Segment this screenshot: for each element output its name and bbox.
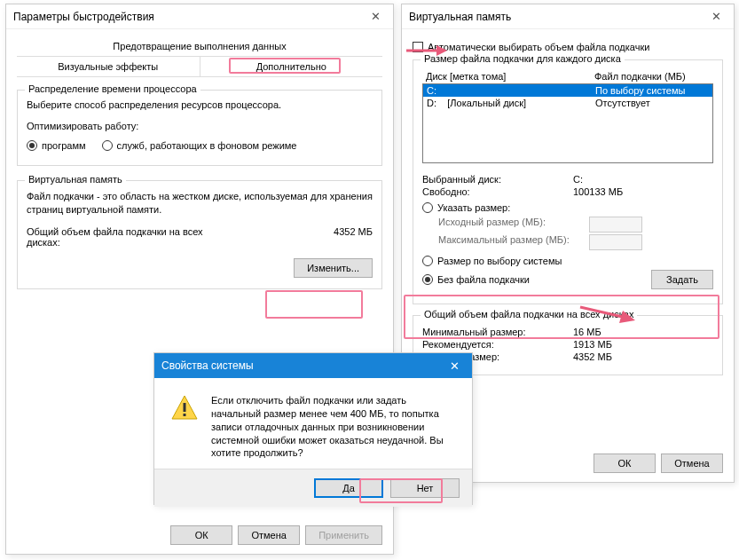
initial-size-label: Исходный размер (МБ): xyxy=(438,217,589,233)
radio-system-label: Размер по выбору системы xyxy=(437,256,562,266)
svg-rect-1 xyxy=(184,403,186,412)
perf-titlebar: Параметры быстродействия ✕ xyxy=(6,4,393,29)
vm-desc: Файл подкачки - это область на жестком д… xyxy=(27,190,373,217)
min-label: Минимальный размер: xyxy=(422,327,573,337)
disk-list[interactable]: C: По выбору системы D: [Локальный диск]… xyxy=(422,83,713,163)
selected-disk-label: Выбранный диск: xyxy=(422,174,573,185)
set-button[interactable]: Задать xyxy=(651,270,713,289)
min-value: 16 МБ xyxy=(573,327,601,337)
warning-icon xyxy=(170,394,199,422)
radio-custom-label: Указать размер: xyxy=(437,202,510,213)
system-properties-msgbox: Свойства системы ✕ Если отключить файл п… xyxy=(153,352,473,505)
free-label: Свободно: xyxy=(422,186,573,197)
disk-row-c[interactable]: C: По выбору системы xyxy=(423,84,712,97)
msgbox-titlebar: Свойства системы ✕ xyxy=(154,353,472,378)
svg-rect-2 xyxy=(184,414,186,416)
col-disk: Диск [метка тома] xyxy=(426,71,594,82)
rec-label: Рекомендуется: xyxy=(422,339,573,350)
radio-programs-label: программ xyxy=(42,140,86,151)
max-size-label: Максимальный размер (МБ): xyxy=(438,234,589,250)
initial-size-input xyxy=(589,217,642,233)
totals-legend: Общий объем файла подкачки на всех диска… xyxy=(421,309,637,319)
yes-button[interactable]: Да xyxy=(314,478,383,498)
radio-services[interactable] xyxy=(102,140,113,151)
close-icon[interactable]: ✕ xyxy=(698,4,734,29)
perf-title: Параметры быстродействия xyxy=(13,11,154,23)
vmem-title: Виртуальная память xyxy=(409,11,511,23)
radio-no-paging[interactable] xyxy=(422,274,433,285)
auto-manage-checkbox[interactable] xyxy=(413,42,423,52)
cpu-legend: Распределение времени процессора xyxy=(25,83,200,94)
close-icon[interactable]: ✕ xyxy=(436,353,472,378)
apply-button[interactable]: Применить xyxy=(305,525,382,545)
drive-group: Размер файла подкачки для каждого диска … xyxy=(413,59,723,304)
change-button[interactable]: Изменить... xyxy=(294,258,373,278)
drive-legend: Размер файла подкачки для каждого диска xyxy=(421,53,625,64)
radio-system-managed[interactable] xyxy=(422,256,433,266)
vm-total-label: Общий объем файла подкачки на всех диска… xyxy=(27,226,231,248)
free-value: 100133 МБ xyxy=(573,186,623,197)
radio-no-paging-label: Без файла подкачки xyxy=(437,274,530,285)
tab-visual-effects[interactable]: Визуальные эффекты xyxy=(17,57,200,76)
close-icon[interactable]: ✕ xyxy=(358,4,393,29)
tab-dep[interactable]: Предотвращение выполнения данных xyxy=(17,36,382,57)
vmem-cancel-button[interactable]: Отмена xyxy=(661,454,723,473)
col-file: Файл подкачки (МБ) xyxy=(594,71,686,82)
optimize-label: Оптимизировать работу: xyxy=(27,121,373,131)
vmem-ok-button[interactable]: ОК xyxy=(594,454,656,473)
disk-row-d[interactable]: D: [Локальный диск] Отсутствует xyxy=(423,97,712,109)
no-button[interactable]: Нет xyxy=(390,478,460,498)
cur-value: 4352 МБ xyxy=(573,351,612,362)
virtual-memory-group: Виртуальная память Файл подкачки - это о… xyxy=(17,180,382,289)
vm-legend: Виртуальная память xyxy=(25,174,126,185)
radio-custom-size[interactable] xyxy=(422,202,433,213)
radio-services-label: служб, работающих в фоновом режиме xyxy=(117,140,297,151)
tab-advanced[interactable]: Дополнительно xyxy=(200,57,383,76)
max-size-input xyxy=(589,234,642,250)
ok-button[interactable]: ОК xyxy=(170,525,232,545)
vmem-titlebar: Виртуальная память ✕ xyxy=(402,4,734,29)
cpu-scheduling-group: Распределение времени процессора Выберит… xyxy=(17,90,382,166)
selected-disk-value: C: xyxy=(573,174,583,185)
rec-value: 1913 МБ xyxy=(573,339,612,350)
radio-programs[interactable] xyxy=(27,140,37,151)
cpu-desc: Выберите способ распределения ресурсов п… xyxy=(27,99,373,110)
auto-manage-label: Автоматически выбирать объем файла подка… xyxy=(428,42,649,52)
msgbox-title: Свойства системы xyxy=(161,359,254,372)
vm-total-value: 4352 МБ xyxy=(334,226,373,248)
cancel-button[interactable]: Отмена xyxy=(238,525,300,545)
msgbox-text: Если отключить файл подкачки или задать … xyxy=(211,394,456,460)
